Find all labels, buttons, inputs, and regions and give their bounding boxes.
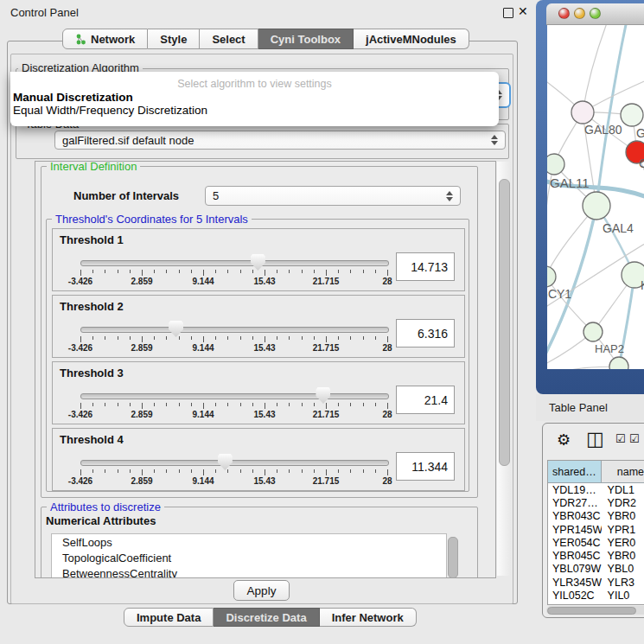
slider-scale-label: 21.715	[300, 476, 352, 486]
threshold-value-field[interactable]: 21.4	[396, 386, 455, 414]
attribute-item[interactable]: TopologicalCoefficient	[52, 550, 446, 565]
table-row[interactable]: YDR27…YDR2	[548, 496, 644, 509]
network-window-titlebar[interactable]	[546, 3, 644, 25]
slider-thumb[interactable]	[218, 454, 233, 470]
slider-tick	[314, 336, 315, 340]
threshold-value-field[interactable]: 14.713	[396, 252, 455, 281]
table-row[interactable]: YPR145WYPR1	[548, 523, 644, 536]
network-node[interactable]	[621, 104, 643, 126]
table-row[interactable]: YER054CYER0	[548, 536, 644, 549]
tab-label: Style	[160, 33, 187, 46]
table-row[interactable]: YDL19…YDL1	[548, 483, 644, 496]
column-header-shared-name[interactable]: shared…	[548, 461, 602, 482]
slider-tick	[363, 336, 364, 340]
network-window[interactable]: GAL80GAGAL11CGAL4GCY1HAHAP2	[536, 0, 644, 394]
minimize-traffic-light-icon[interactable]	[574, 8, 585, 19]
numerical-attributes-list[interactable]: SelfLoopsTopologicalCoefficientBetweenne…	[51, 533, 447, 578]
slider-tick	[363, 403, 364, 406]
table-row[interactable]: YLR345WYLR3	[548, 576, 644, 589]
tab-label: Select	[212, 33, 245, 46]
tab-discretize-data[interactable]: Discretize Data	[214, 608, 319, 627]
threshold-label: Threshold 1	[60, 233, 124, 246]
slider-scale-label: 21.715	[300, 343, 352, 353]
slider-track[interactable]	[80, 460, 389, 466]
combo-stepper-icon[interactable]	[491, 135, 499, 145]
network-node[interactable]	[547, 266, 556, 287]
close-traffic-light-icon[interactable]	[558, 8, 570, 19]
threshold-value-field[interactable]: 6.316	[396, 319, 455, 348]
number-of-intervals-combobox[interactable]: 5	[205, 186, 461, 206]
attribute-item[interactable]: BetweennessCentrality	[52, 565, 446, 578]
zoom-traffic-light-icon[interactable]	[590, 8, 601, 19]
scrollbar-thumb[interactable]	[499, 179, 510, 466]
checkbox-icon[interactable]: ☑	[615, 432, 626, 445]
threshold-panel-3: Threshold 3-3.4262.8599.14415.4321.71528…	[52, 361, 465, 424]
tab-network[interactable]: Network	[62, 29, 148, 49]
slider-tick	[387, 270, 388, 276]
threshold-value-field[interactable]: 11.344	[396, 452, 455, 481]
network-canvas[interactable]: GAL80GAGAL11CGAL4GCY1HAHAP2	[547, 25, 644, 369]
table-row[interactable]: YBR045CYBR0	[548, 549, 644, 562]
tab-label: Cyni Toolbox	[271, 33, 341, 46]
number-of-intervals-label: Number of Intervals	[73, 189, 179, 202]
slider-tick	[350, 270, 351, 273]
threshold-panel-2: Threshold 2-3.4262.8599.14415.4321.71528…	[52, 295, 465, 358]
slider-thumb[interactable]	[316, 387, 330, 404]
apply-button[interactable]: Apply	[233, 580, 290, 601]
slider-tick	[105, 336, 105, 340]
network-edge[interactable]	[547, 277, 593, 332]
column-header-name[interactable]: name	[602, 461, 644, 482]
network-node[interactable]	[609, 357, 628, 369]
scrollbar-thumb[interactable]	[547, 607, 636, 615]
slider-tick	[179, 403, 180, 406]
tab-jactivemnodules[interactable]: jActiveMNodules	[354, 29, 469, 49]
combo-stepper-icon[interactable]	[446, 191, 454, 201]
slider-tick	[191, 469, 192, 473]
slider-tick	[387, 336, 388, 342]
gear-icon[interactable]: ⚙	[557, 430, 571, 450]
slider-tick	[350, 403, 351, 406]
slider-track[interactable]	[80, 327, 389, 333]
settings-scroll-pane: Interval Definition Number of Intervals …	[35, 161, 496, 578]
tab-label: Infer Network	[332, 611, 404, 624]
network-node[interactable]	[583, 192, 610, 220]
tab-select[interactable]: Select	[200, 29, 258, 49]
network-edge[interactable]	[547, 367, 619, 369]
dropdown-option-manual-discretization[interactable]: Manual Discretization	[13, 91, 133, 104]
network-node[interactable]	[583, 322, 603, 341]
table-horizontal-scrollbar[interactable]	[546, 606, 644, 615]
slider-thumb[interactable]	[251, 254, 265, 271]
network-node[interactable]	[547, 154, 564, 175]
slider-track[interactable]	[80, 260, 389, 266]
tab-impute-data[interactable]: Impute Data	[124, 608, 214, 627]
tab-style[interactable]: Style	[148, 29, 200, 49]
control-panel-tabs: NetworkStyleSelectCyni ToolboxjActiveMNo…	[62, 29, 469, 49]
network-node-label: GAL4	[603, 221, 634, 235]
network-node[interactable]	[571, 101, 594, 124]
slider-tick	[326, 336, 327, 342]
node-table[interactable]: shared… name YDL19…YDL1YDR27…YDR2YBR043C…	[547, 460, 644, 605]
table-row[interactable]: YIL052CYIL0	[548, 589, 644, 602]
settings-vertical-scrollbar[interactable]	[497, 162, 511, 576]
close-icon[interactable]: ✕	[518, 4, 528, 18]
number-of-intervals-value: 5	[213, 189, 219, 202]
float-window-icon[interactable]	[503, 8, 513, 18]
slider-track[interactable]	[80, 393, 389, 399]
network-edge[interactable]	[583, 25, 608, 112]
slider-tick	[92, 403, 93, 406]
slider-tick	[154, 336, 155, 340]
split-column-icon[interactable]: ◫	[586, 428, 604, 450]
slider-scale-label: 15.43	[239, 277, 290, 286]
slider-tick	[118, 270, 118, 273]
checkbox-icon[interactable]: ☑	[629, 432, 640, 445]
tab-infer-network[interactable]: Infer Network	[320, 608, 417, 627]
dropdown-option-equal-width-frequency[interactable]: Equal Width/Frequency Discretization	[13, 104, 207, 117]
tab-cyni-toolbox[interactable]: Cyni Toolbox	[258, 29, 354, 49]
slider-thumb[interactable]	[169, 321, 183, 337]
network-graph: GAL80GAGAL11CGAL4GCY1HAHAP2	[547, 25, 644, 369]
attribute-item[interactable]: SelfLoops	[52, 534, 446, 550]
table-data-combobox[interactable]: galFiltered.sif default node	[54, 131, 506, 150]
table-row[interactable]: YBR043CYBR0	[548, 510, 644, 523]
table-row[interactable]: YBL079WYBL0	[548, 563, 644, 576]
attributes-list-scrollbar[interactable]	[448, 537, 458, 578]
